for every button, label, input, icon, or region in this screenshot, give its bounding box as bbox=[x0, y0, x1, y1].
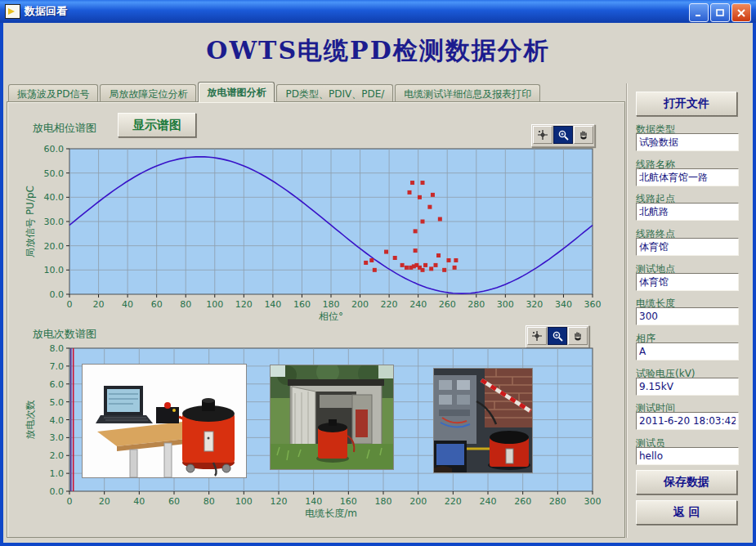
tab-bar: 振荡波及PD信号 局放故障定位分析 放电谱图分析 PD类型、PDIV、PDE/ … bbox=[8, 83, 540, 102]
phase-spectrum-chart[interactable]: 0204060801001201401601802002202402602803… bbox=[20, 141, 605, 330]
count-spectrum-label: 放电次数谱图 bbox=[33, 327, 96, 342]
test-voltage-field[interactable] bbox=[636, 378, 739, 396]
tab-pd-type-pdiv-pdev[interactable]: PD类型、PDIV、PDE/ bbox=[276, 84, 393, 102]
back-button[interactable]: 返 回 bbox=[636, 500, 737, 525]
line-end-field[interactable] bbox=[636, 238, 739, 256]
svg-text:30.0: 30.0 bbox=[44, 217, 65, 227]
line-name-field[interactable] bbox=[636, 168, 739, 186]
svg-text:8.0: 8.0 bbox=[50, 343, 65, 354]
tab-oscillating-wave-pd-signal[interactable]: 振荡波及PD信号 bbox=[8, 84, 98, 102]
svg-text:40: 40 bbox=[133, 496, 145, 507]
svg-text:140: 140 bbox=[264, 299, 281, 310]
svg-text:160: 160 bbox=[293, 299, 311, 310]
svg-text:10.0: 10.0 bbox=[44, 265, 65, 275]
svg-text:160: 160 bbox=[340, 496, 357, 507]
svg-text:7.0: 7.0 bbox=[50, 361, 65, 372]
svg-text:340: 340 bbox=[555, 299, 572, 310]
data-type-field[interactable] bbox=[636, 133, 739, 151]
svg-text:6.0: 6.0 bbox=[50, 379, 65, 390]
tester-field[interactable] bbox=[636, 447, 739, 465]
minimize-button[interactable] bbox=[689, 3, 709, 22]
svg-text:0.0: 0.0 bbox=[50, 289, 65, 300]
svg-text:180: 180 bbox=[375, 496, 392, 507]
window-body: OWTS电缆PD检测数据分析 振荡波及PD信号 局放故障定位分析 放电谱图分析 … bbox=[3, 23, 753, 543]
svg-text:140: 140 bbox=[305, 496, 322, 507]
tab-pd-fault-location[interactable]: 局放故障定位分析 bbox=[100, 84, 196, 102]
svg-text:3.0: 3.0 bbox=[50, 432, 65, 443]
close-button[interactable] bbox=[731, 3, 751, 22]
minimize-icon bbox=[694, 8, 704, 18]
svg-text:260: 260 bbox=[439, 299, 456, 310]
svg-text:240: 240 bbox=[409, 299, 427, 310]
svg-text:相位°: 相位° bbox=[319, 311, 343, 322]
phase-sequence-field[interactable] bbox=[636, 342, 739, 360]
svg-text:180: 180 bbox=[323, 299, 340, 310]
svg-text:60.0: 60.0 bbox=[44, 144, 65, 154]
titlebar[interactable]: 数据回看 bbox=[0, 0, 756, 23]
svg-text:0.0: 0.0 bbox=[50, 486, 65, 497]
labview-app-icon bbox=[5, 4, 20, 19]
svg-text:20: 20 bbox=[99, 496, 110, 507]
test-time-field[interactable] bbox=[636, 412, 739, 430]
line-start-field[interactable] bbox=[636, 203, 739, 221]
test-location-field[interactable] bbox=[636, 273, 739, 291]
tab-cable-test-details-report[interactable]: 电缆测试详细信息及报表打印 bbox=[395, 84, 540, 102]
svg-text:80: 80 bbox=[204, 496, 215, 507]
svg-text:120: 120 bbox=[235, 299, 253, 310]
svg-text:5.0: 5.0 bbox=[50, 397, 65, 408]
svg-text:60: 60 bbox=[151, 299, 163, 310]
svg-text:50.0: 50.0 bbox=[44, 168, 65, 179]
svg-text:240: 240 bbox=[480, 496, 497, 507]
svg-text:4.0: 4.0 bbox=[50, 415, 65, 426]
svg-text:1.0: 1.0 bbox=[50, 468, 65, 479]
svg-text:360: 360 bbox=[584, 299, 602, 310]
window-title: 数据回看 bbox=[25, 4, 67, 19]
onsite-test-photo bbox=[433, 368, 533, 473]
cable-length-field[interactable] bbox=[636, 307, 739, 325]
panel-divider bbox=[626, 83, 627, 538]
svg-text:300: 300 bbox=[497, 299, 514, 310]
svg-text:0: 0 bbox=[67, 299, 73, 310]
substation-shed-photo bbox=[270, 365, 394, 470]
svg-text:放电次数: 放电次数 bbox=[25, 401, 36, 440]
svg-text:220: 220 bbox=[445, 496, 462, 507]
svg-text:220: 220 bbox=[381, 299, 398, 310]
svg-text:80: 80 bbox=[180, 299, 191, 310]
svg-text:200: 200 bbox=[409, 496, 427, 507]
svg-text:260: 260 bbox=[514, 496, 531, 507]
svg-text:300: 300 bbox=[584, 496, 602, 507]
svg-text:20.0: 20.0 bbox=[44, 241, 65, 252]
svg-text:40: 40 bbox=[122, 299, 133, 310]
maximize-button[interactable] bbox=[710, 3, 730, 22]
svg-text:280: 280 bbox=[467, 299, 485, 310]
svg-text:40.0: 40.0 bbox=[44, 192, 65, 203]
close-icon bbox=[736, 8, 746, 18]
svg-text:20: 20 bbox=[93, 299, 105, 310]
svg-text:100: 100 bbox=[235, 496, 253, 507]
open-file-button[interactable]: 打开文件 bbox=[636, 92, 737, 116]
svg-text:60: 60 bbox=[168, 496, 180, 507]
svg-text:0: 0 bbox=[67, 496, 73, 507]
svg-text:120: 120 bbox=[271, 496, 288, 507]
svg-text:100: 100 bbox=[206, 299, 223, 310]
page-title: OWTS电缆PD检测数据分析 bbox=[3, 34, 753, 68]
svg-text:200: 200 bbox=[351, 299, 369, 310]
svg-text:280: 280 bbox=[549, 496, 566, 507]
phase-spectrum-label: 放电相位谱图 bbox=[33, 121, 96, 136]
app-window: 数据回看 OWTS电缆PD检测数据分析 振荡波及PD信号 局放故障定位分析 放电… bbox=[0, 0, 756, 546]
svg-text:电缆长度/m: 电缆长度/m bbox=[305, 508, 357, 519]
lab-equipment-photo bbox=[82, 364, 247, 478]
tab-discharge-spectrum-analysis[interactable]: 放电谱图分析 bbox=[198, 82, 275, 102]
svg-text:2.0: 2.0 bbox=[50, 450, 65, 461]
maximize-icon bbox=[715, 8, 725, 18]
svg-text:局放信号 PU/pC: 局放信号 PU/pC bbox=[25, 186, 36, 257]
save-data-button[interactable]: 保存数据 bbox=[636, 470, 737, 495]
show-spectrum-button[interactable]: 显示谱图 bbox=[118, 113, 196, 137]
svg-text:320: 320 bbox=[526, 299, 543, 310]
